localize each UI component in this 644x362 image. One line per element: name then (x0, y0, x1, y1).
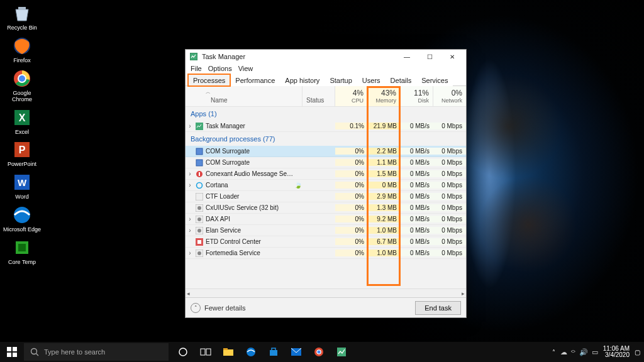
service-icon (194, 250, 204, 257)
chrome-taskbar-icon[interactable] (308, 342, 330, 362)
process-cpu: 0% (335, 148, 368, 155)
tab-users[interactable]: Users (357, 74, 386, 86)
process-row[interactable]: COM Surrogate0%1.1 MB0 MB/s0 Mbps (186, 157, 466, 168)
process-row[interactable]: CxUIUSvc Service (32 bit)0%1.3 MB0 MB/s0… (186, 202, 466, 214)
fewer-details-button[interactable]: ˄ Fewer details (191, 303, 245, 313)
expand-toggle-icon[interactable]: › (186, 123, 194, 129)
desktop-icon-label: Firefox (13, 58, 31, 64)
onedrive-icon[interactable]: ☁ (560, 348, 567, 356)
process-row[interactable]: ETD Control Center0%6.7 MB0 MB/s0 Mbps (186, 236, 466, 248)
service-icon (194, 204, 204, 212)
menu-file[interactable]: File (191, 65, 202, 72)
sort-indicator-icon: ︿ (206, 89, 211, 96)
chevron-up-icon: ˄ (191, 303, 201, 313)
search-icon (30, 348, 39, 356)
process-row[interactable]: ›Cortana🍃0%0 MB0 MB/s0 Mbps (186, 180, 466, 191)
taskbar: Type here to search ˄ ☁ ⌔ 🔊 ▭ 11:06 AM 3… (0, 342, 644, 362)
mail-icon[interactable] (286, 342, 307, 362)
svg-rect-40 (206, 349, 211, 355)
tab-services[interactable]: Services (416, 74, 453, 86)
process-row[interactable]: ›Conexant Audio Message Service0%1.5 MB0… (186, 168, 466, 180)
volume-icon[interactable]: 🔊 (579, 348, 588, 356)
svg-rect-33 (13, 347, 17, 351)
taskbar-search[interactable]: Type here to search (24, 343, 169, 361)
process-row[interactable]: CTF Loader0%2.9 MB0 MB/s0 Mbps (186, 191, 466, 202)
col-memory[interactable]: 43% Memory (368, 86, 401, 106)
col-cpu[interactable]: 4% CPU (335, 86, 368, 106)
process-network: 0 Mbps (433, 216, 466, 222)
process-network: 0 Mbps (433, 182, 466, 189)
process-cpu: 0% (335, 182, 368, 189)
desktop-icon-label: PowerPoint (8, 162, 36, 168)
task-manager-taskbar-icon[interactable] (331, 342, 352, 362)
tray-chevron-icon[interactable]: ˄ (552, 349, 555, 356)
battery-icon[interactable]: ▭ (592, 348, 598, 356)
process-name: COM Surrogate (204, 148, 294, 155)
taskbar-clock[interactable]: 11:06 AM 3/4/2020 (603, 346, 630, 359)
close-button[interactable]: ✕ (441, 50, 464, 63)
tab-app-history[interactable]: App history (280, 74, 325, 86)
start-button[interactable] (0, 342, 24, 362)
file-explorer-icon[interactable] (218, 342, 239, 362)
desktop-icon-firefox[interactable]: Firefox (3, 35, 42, 64)
process-memory: 2.2 MB (368, 148, 401, 155)
process-row[interactable]: COM Surrogate0%2.2 MB0 MB/s0 Mbps (186, 146, 466, 157)
svg-point-36 (31, 349, 37, 354)
tab-processes[interactable]: Processes (188, 74, 230, 86)
svg-rect-42 (223, 348, 228, 350)
desktop-icon-edge[interactable]: Microsoft Edge (3, 204, 42, 233)
col-network[interactable]: 0% Network (433, 86, 466, 106)
wifi-icon[interactable]: ⌔ (571, 348, 575, 356)
process-cpu: 0% (335, 227, 368, 234)
menu-options[interactable]: Options (208, 65, 232, 72)
process-group-header[interactable]: Background processes (77) (186, 132, 466, 146)
expand-toggle-icon[interactable]: › (186, 216, 194, 222)
minimize-button[interactable]: — (396, 50, 418, 63)
process-group-header[interactable]: Apps (1) (186, 107, 466, 121)
titlebar[interactable]: Task Manager — ☐ ✕ (186, 50, 466, 63)
process-disk: 0 MB/s (401, 250, 433, 256)
process-disk: 0 MB/s (401, 159, 433, 166)
store-icon[interactable] (263, 342, 284, 362)
edge-taskbar-icon[interactable] (240, 342, 262, 362)
desktop-icon-recycle-bin[interactable]: Recycle Bin (3, 3, 42, 31)
desktop-icon-powerpoint[interactable]: PPowerPoint (3, 139, 42, 168)
process-disk: 0 MB/s (401, 204, 433, 211)
col-status[interactable]: Status (303, 86, 335, 106)
svg-rect-13 (18, 244, 26, 251)
end-task-button[interactable]: End task (415, 301, 461, 315)
tab-strip: ProcessesPerformanceApp historyStartupUs… (186, 74, 466, 86)
menu-view[interactable]: View (238, 65, 253, 72)
tab-performance[interactable]: Performance (230, 74, 280, 86)
desktop-icon-chrome[interactable]: Google Chrome (3, 68, 42, 103)
h-scrollbar[interactable]: ◂▸ (186, 288, 466, 297)
col-disk[interactable]: 11% Disk (401, 86, 433, 106)
svg-point-20 (197, 182, 203, 188)
process-disk: 0 MB/s (401, 148, 433, 155)
col-name[interactable]: ︿ Name (186, 86, 303, 106)
task-view-icon[interactable] (195, 342, 216, 362)
process-row[interactable]: ›Fortemedia Service0%1.0 MB0 MB/s0 Mbps (186, 248, 466, 259)
cortana-taskbar-icon[interactable] (172, 342, 194, 362)
desktop-icon-excel[interactable]: XExcel (3, 107, 42, 136)
process-row[interactable]: ›Elan Service0%1.0 MB0 MB/s0 Mbps (186, 225, 466, 236)
notifications-icon[interactable]: ▢ (635, 349, 640, 356)
desktop-icon-core-temp[interactable]: Core Temp (3, 237, 42, 266)
tab-startup[interactable]: Startup (325, 74, 357, 86)
tab-details[interactable]: Details (386, 74, 417, 86)
process-row[interactable]: ›DAX API0%9.2 MB0 MB/s0 Mbps (186, 214, 466, 225)
maximize-button[interactable]: ☐ (418, 50, 441, 63)
powerpoint-icon: P (11, 139, 33, 160)
expand-toggle-icon[interactable]: › (186, 170, 194, 177)
expand-toggle-icon[interactable]: › (186, 182, 194, 189)
service-icon (194, 227, 204, 234)
desktop-icon-word[interactable]: WWord (3, 172, 42, 200)
process-name: ETD Control Center (204, 238, 294, 245)
expand-toggle-icon[interactable]: › (186, 227, 194, 234)
eco-leaf-icon: 🍃 (294, 182, 303, 189)
expand-toggle-icon[interactable]: › (186, 250, 194, 256)
process-row[interactable]: ›Task Manager0.1%21.9 MB0 MB/s0 Mbps (186, 121, 466, 132)
process-cpu: 0% (335, 170, 368, 177)
task-manager-icon (189, 52, 198, 61)
process-rows[interactable]: Apps (1)›Task Manager0.1%21.9 MB0 MB/s0 … (186, 107, 466, 288)
